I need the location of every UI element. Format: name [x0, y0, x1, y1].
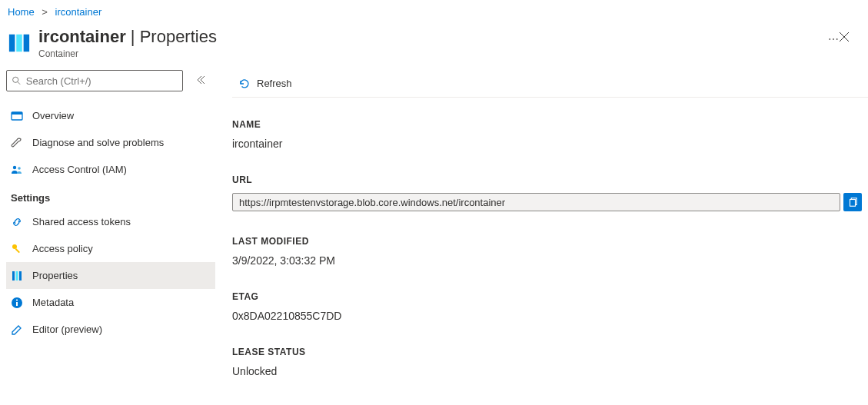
sidebar-item-overview[interactable]: Overview: [6, 102, 215, 129]
svg-point-16: [16, 299, 18, 300]
svg-rect-13: [19, 271, 22, 281]
prop-lastmodified-value: 3/9/2022, 3:03:32 PM: [232, 254, 862, 267]
prop-leasestatus-value: Unlocked: [232, 365, 862, 377]
properties-icon: [11, 270, 23, 282]
svg-rect-11: [12, 271, 15, 281]
svg-rect-1: [16, 35, 22, 52]
sidebar-item-label: Shared access tokens: [32, 216, 131, 227]
svg-point-3: [13, 77, 18, 82]
page-title: ircontainer | Properties: [38, 27, 822, 47]
svg-point-8: [18, 167, 21, 170]
refresh-button[interactable]: Refresh: [232, 70, 298, 97]
link-icon: [11, 216, 23, 228]
key-icon: [11, 243, 23, 255]
svg-line-4: [18, 82, 20, 85]
svg-rect-6: [12, 112, 22, 115]
svg-rect-0: [9, 35, 15, 52]
edit-icon: [11, 324, 23, 336]
refresh-icon: [238, 78, 251, 90]
svg-rect-12: [16, 271, 18, 281]
svg-rect-10: [15, 248, 20, 253]
sidebar-item-label: Diagnose and solve problems: [32, 137, 164, 148]
container-icon: [8, 32, 31, 55]
refresh-label: Refresh: [257, 78, 292, 89]
sidebar-item-metadata[interactable]: Metadata: [6, 289, 215, 316]
page-subtitle: Container: [38, 48, 822, 59]
search-box[interactable]: [6, 70, 183, 91]
page-title-page: Properties: [140, 27, 217, 46]
wrench-icon: [11, 137, 23, 149]
sidebar-heading-settings: Settings: [6, 183, 215, 208]
svg-rect-17: [850, 200, 856, 207]
breadcrumb-current[interactable]: ircontainer: [55, 6, 102, 18]
prop-name-label: NAME: [232, 119, 862, 130]
sidebar-item-iam[interactable]: Access Control (IAM): [6, 156, 215, 183]
breadcrumb-separator-icon: >: [42, 6, 48, 18]
sidebar-item-label: Editor (preview): [32, 324, 102, 335]
copy-url-button[interactable]: [843, 193, 862, 211]
more-menu-icon[interactable]: ⋯: [828, 27, 839, 45]
prop-etag-label: ETAG: [232, 291, 862, 302]
sidebar-item-diagnose[interactable]: Diagnose and solve problems: [6, 129, 215, 156]
properties-panel: NAME ircontainer URL https://irpmtestenv…: [232, 98, 868, 377]
svg-point-7: [13, 165, 16, 168]
prop-leasestatus-label: LEASE STATUS: [232, 347, 862, 357]
page-title-resource: ircontainer: [38, 27, 126, 46]
prop-lastmodified-label: LAST MODIFIED: [232, 236, 862, 247]
sidebar-item-access-policy[interactable]: Access policy: [6, 235, 215, 262]
search-icon: [12, 75, 22, 86]
toolbar: Refresh: [232, 70, 868, 98]
page-title-sep: |: [126, 27, 140, 46]
collapse-sidebar-icon[interactable]: [195, 75, 209, 88]
breadcrumb: Home > ircontainer: [0, 0, 868, 22]
close-icon[interactable]: [839, 27, 850, 45]
prop-url-label: URL: [232, 174, 862, 185]
sidebar-item-editor[interactable]: Editor (preview): [6, 316, 215, 343]
overview-icon: [11, 110, 23, 122]
prop-name-value: ircontainer: [232, 138, 862, 150]
sidebar: Overview Diagnose and solve problems Acc…: [0, 70, 215, 377]
sidebar-item-label: Overview: [32, 110, 74, 121]
svg-rect-15: [16, 302, 18, 306]
sidebar-item-sas[interactable]: Shared access tokens: [6, 208, 215, 235]
sidebar-item-properties[interactable]: Properties: [6, 262, 215, 289]
content: Refresh NAME ircontainer URL https://irp…: [215, 70, 868, 377]
people-icon: [11, 164, 23, 176]
info-icon: [11, 297, 23, 309]
sidebar-item-label: Access policy: [32, 243, 93, 254]
sidebar-item-label: Access Control (IAM): [32, 164, 127, 175]
svg-rect-2: [24, 35, 30, 52]
sidebar-item-label: Metadata: [32, 297, 74, 308]
copy-icon: [847, 197, 858, 207]
breadcrumb-home[interactable]: Home: [8, 6, 35, 18]
page-header: ircontainer | Properties Container ⋯: [0, 22, 868, 70]
prop-url-value[interactable]: https://irpmtestenvstorage.blob.core.win…: [232, 193, 840, 211]
prop-etag-value: 0x8DA02210855C7DD: [232, 310, 862, 322]
sidebar-item-label: Properties: [32, 270, 78, 281]
search-input[interactable]: [26, 75, 178, 87]
